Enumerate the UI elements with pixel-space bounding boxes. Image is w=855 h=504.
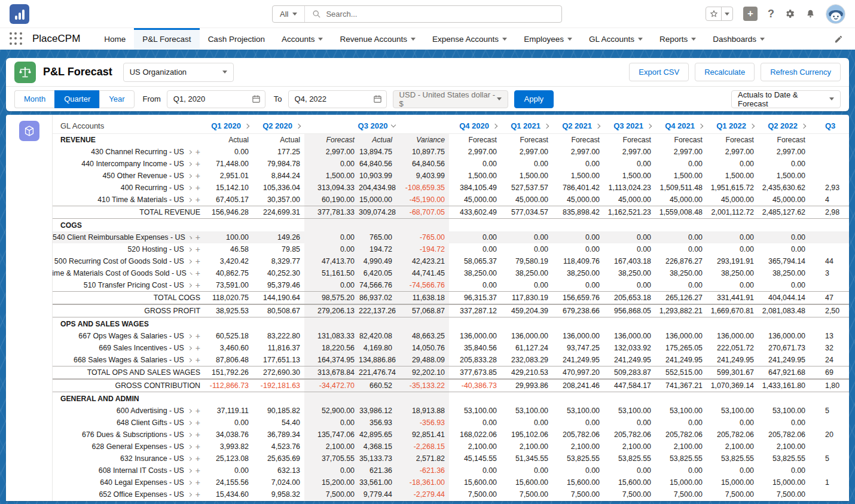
- expand-account-icon[interactable]: [188, 185, 192, 190]
- help-button[interactable]: ?: [768, 8, 774, 20]
- period-toggle-year[interactable]: Year: [99, 90, 134, 108]
- quarter-header-q2-2022[interactable]: Q2 2022: [758, 121, 810, 130]
- add-line-item-icon[interactable]: +: [196, 148, 200, 155]
- quarter-header-q4-2021[interactable]: Q4 2021: [655, 121, 707, 130]
- expand-quarter-icon[interactable]: [750, 123, 755, 128]
- add-line-item-icon[interactable]: +: [196, 479, 200, 486]
- from-date-input[interactable]: [167, 90, 265, 108]
- add-line-item-icon[interactable]: +: [196, 282, 200, 289]
- add-line-item-icon[interactable]: +: [196, 455, 200, 462]
- quarter-header-q1-2022[interactable]: Q1 2022: [707, 121, 758, 130]
- expand-account-icon[interactable]: [188, 432, 192, 436]
- expand-account-icon[interactable]: [188, 161, 192, 166]
- add-line-item-icon[interactable]: +: [196, 332, 200, 340]
- setup-gear-icon[interactable]: [784, 8, 795, 19]
- nav-tab-revenue-accounts[interactable]: Revenue Accounts: [331, 28, 424, 50]
- nav-tab-expense-accounts[interactable]: Expense Accounts: [424, 28, 515, 50]
- expand-account-icon[interactable]: [188, 259, 192, 263]
- add-line-item-icon[interactable]: +: [196, 407, 200, 414]
- add-line-item-icon[interactable]: +: [196, 160, 200, 167]
- nav-tab-home[interactable]: Home: [96, 28, 134, 50]
- expand-quarter-icon[interactable]: [544, 123, 549, 128]
- app-launcher-waffle-icon[interactable]: [10, 32, 23, 45]
- calendar-icon[interactable]: [252, 94, 261, 103]
- add-line-item-icon[interactable]: +: [196, 258, 200, 265]
- expand-account-icon[interactable]: [188, 480, 192, 484]
- organization-selector[interactable]: US Organization: [123, 63, 234, 82]
- add-line-item-icon[interactable]: +: [196, 491, 200, 498]
- collapse-quarter-icon[interactable]: [391, 122, 396, 127]
- nav-tab-employees[interactable]: Employees: [515, 28, 581, 50]
- expand-account-icon[interactable]: [188, 358, 192, 362]
- add-line-item-icon[interactable]: +: [196, 356, 200, 364]
- add-line-item-icon[interactable]: +: [196, 443, 200, 450]
- expand-account-icon[interactable]: [188, 149, 192, 154]
- quarter-header-q2-2020[interactable]: Q2 2020: [253, 121, 304, 130]
- quarter-header-q2-2021[interactable]: Q2 2021: [552, 121, 604, 130]
- add-line-item-icon[interactable]: +: [196, 196, 200, 203]
- expand-quarter-icon[interactable]: [801, 123, 806, 128]
- recalculate-button[interactable]: Recalculate: [695, 63, 755, 81]
- to-date-input[interactable]: [288, 90, 387, 108]
- expand-account-icon[interactable]: [188, 468, 192, 472]
- expand-quarter-icon[interactable]: [245, 123, 249, 128]
- nav-tab-dashboards[interactable]: Dashboards: [704, 28, 773, 50]
- add-line-item-icon[interactable]: +: [196, 344, 200, 352]
- nav-tab-reports[interactable]: Reports: [651, 28, 704, 50]
- edit-navigation-pencil-icon[interactable]: [834, 35, 843, 44]
- expand-account-icon[interactable]: [188, 420, 192, 424]
- expand-account-icon[interactable]: [188, 456, 192, 460]
- quarter-header-q1-2020[interactable]: Q1 2020: [206, 121, 253, 130]
- favorites-star-icon[interactable]: [706, 7, 722, 20]
- add-line-item-icon[interactable]: +: [196, 246, 200, 253]
- expand-account-icon[interactable]: [188, 236, 192, 239]
- expand-account-icon[interactable]: [188, 346, 192, 350]
- quarter-header-q4-2020[interactable]: Q4 2020: [449, 121, 501, 130]
- refresh-currency-button[interactable]: Refresh Currency: [761, 63, 841, 81]
- view-mode-selector[interactable]: Actuals to Date & Forecast: [731, 90, 841, 108]
- nav-tab-cash-projection[interactable]: Cash Projection: [200, 28, 273, 50]
- add-line-item-icon[interactable]: +: [196, 419, 200, 426]
- period-toggle-quarter[interactable]: Quarter: [54, 90, 99, 108]
- quarter-header-q3-2020[interactable]: Q3 2020: [304, 121, 449, 130]
- expand-quarter-icon[interactable]: [296, 123, 301, 128]
- expand-quarter-icon[interactable]: [493, 123, 497, 128]
- expand-account-icon[interactable]: [188, 444, 192, 448]
- add-line-item-icon[interactable]: +: [196, 234, 200, 241]
- notifications-bell-icon[interactable]: [805, 8, 816, 19]
- calendar-icon[interactable]: [373, 94, 382, 103]
- export-csv-button[interactable]: Export CSV: [629, 63, 689, 81]
- favorites-caret-icon[interactable]: [722, 7, 732, 20]
- search-input[interactable]: [326, 10, 561, 19]
- expand-quarter-icon[interactable]: [698, 123, 703, 128]
- search-scope-selector[interactable]: All: [273, 6, 305, 22]
- nav-tab-accounts[interactable]: Accounts: [273, 28, 332, 50]
- quarter-header-q1-2021[interactable]: Q1 2021: [501, 121, 552, 130]
- add-line-item-icon[interactable]: +: [196, 467, 200, 474]
- add-line-item-icon[interactable]: +: [196, 431, 200, 438]
- apply-button[interactable]: Apply: [514, 90, 554, 108]
- quarter-header-q3[interactable]: Q3: [810, 121, 845, 130]
- expand-account-icon[interactable]: [188, 492, 192, 496]
- expand-account-icon[interactable]: [188, 247, 192, 251]
- period-toggle-month[interactable]: Month: [14, 90, 54, 108]
- favorites-control[interactable]: [706, 7, 733, 21]
- add-line-item-icon[interactable]: +: [196, 270, 200, 277]
- quarter-header-q3-2021[interactable]: Q3 2021: [604, 121, 655, 130]
- nav-tab-p-l-forecast[interactable]: P&L Forecast: [134, 28, 199, 50]
- add-button[interactable]: +: [743, 7, 758, 21]
- expand-account-icon[interactable]: [188, 334, 192, 338]
- nav-tab-gl-accounts[interactable]: GL Accounts: [581, 28, 651, 50]
- add-line-item-icon[interactable]: +: [196, 172, 200, 179]
- expand-account-icon[interactable]: [188, 283, 192, 287]
- expand-quarter-icon[interactable]: [596, 123, 600, 128]
- expand-account-icon[interactable]: [188, 197, 192, 201]
- global-search[interactable]: All: [272, 5, 562, 23]
- expand-account-icon[interactable]: [190, 272, 192, 274]
- expand-quarter-icon[interactable]: [647, 123, 652, 128]
- currency-selector[interactable]: USD - United States dollar - $: [393, 90, 508, 108]
- expand-account-icon[interactable]: [188, 173, 192, 178]
- expand-account-icon[interactable]: [188, 408, 192, 413]
- user-avatar[interactable]: [826, 4, 845, 24]
- add-line-item-icon[interactable]: +: [196, 184, 200, 191]
